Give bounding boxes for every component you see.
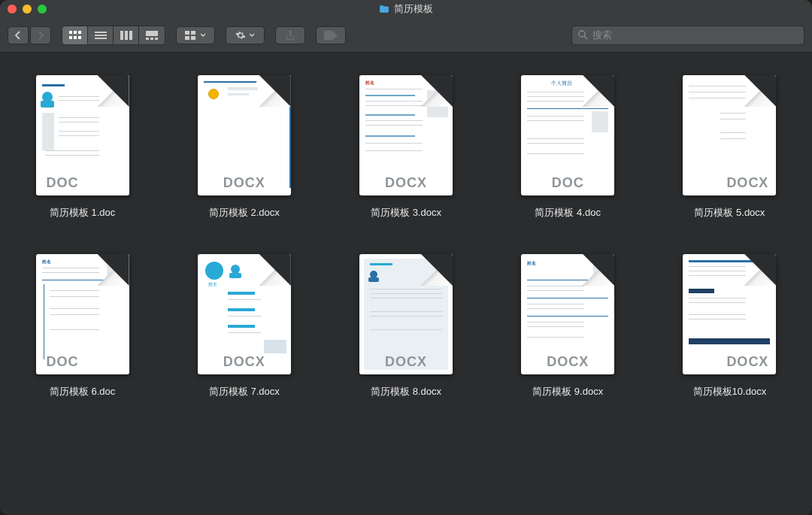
file-name-label: 简历模板 2.docx	[209, 206, 280, 220]
file-name-label: 简历模板 6.doc	[50, 385, 115, 398]
svg-rect-11	[129, 31, 132, 40]
gear-icon	[235, 30, 246, 41]
group-by-button[interactable]	[176, 26, 215, 44]
svg-rect-16	[185, 31, 189, 35]
svg-rect-6	[95, 32, 107, 33]
file-name-label: 简历模板10.docx	[693, 385, 767, 398]
svg-rect-8	[95, 38, 107, 39]
file-item[interactable]: DOCX简历模板10.docx	[673, 254, 786, 398]
page-fold-icon	[259, 75, 291, 107]
svg-rect-10	[125, 31, 128, 40]
chevron-down-icon	[200, 33, 206, 38]
list-view-button[interactable]	[88, 26, 114, 44]
file-thumbnail: 个人简历 DOC	[521, 75, 614, 195]
file-grid: DOC简历模板 1.doc DOCX简历模板 2.docx 姓名 DOCX简历模…	[26, 75, 786, 398]
file-type-badge: DOCX	[223, 354, 265, 370]
file-type-badge: DOCX	[547, 354, 589, 370]
file-type-badge: DOC	[47, 354, 79, 370]
svg-rect-17	[191, 31, 195, 35]
page-fold-icon	[583, 254, 614, 286]
icon-view-button[interactable]	[62, 26, 88, 44]
back-button[interactable]	[8, 26, 29, 44]
file-thumbnail: 姓名 DOCX	[198, 254, 291, 374]
column-view-button[interactable]	[114, 26, 139, 44]
file-thumbnail: DOCX	[198, 75, 291, 195]
folder-icon	[379, 5, 389, 14]
svg-rect-4	[74, 36, 77, 39]
file-type-badge: DOCX	[223, 175, 265, 191]
file-name-label: 简历模板 5.docx	[694, 206, 765, 220]
minimize-window-button[interactable]	[23, 5, 32, 14]
file-type-badge: DOCX	[726, 354, 768, 370]
close-window-button[interactable]	[8, 5, 17, 14]
traffic-lights	[8, 5, 47, 14]
svg-rect-12	[146, 31, 158, 36]
chevron-down-icon	[249, 33, 255, 38]
svg-rect-7	[95, 35, 107, 36]
file-thumbnail: 姓名 DOCX	[359, 75, 453, 195]
file-thumbnail: 姓名 DOCX	[521, 254, 614, 374]
file-item[interactable]: DOCX简历模板 2.docx	[187, 75, 301, 220]
finder-window: 简历模板	[0, 0, 812, 515]
file-thumbnail: DOCX	[683, 75, 776, 195]
page-fold-icon	[744, 75, 776, 107]
file-name-label: 简历模板 3.docx	[371, 206, 441, 220]
file-name-label: 简历模板 8.docx	[371, 385, 441, 398]
svg-rect-1	[74, 31, 77, 34]
file-type-badge: DOC	[47, 175, 79, 191]
forward-button[interactable]	[30, 26, 51, 44]
page-fold-icon	[98, 254, 129, 286]
page-fold-icon	[744, 254, 776, 286]
file-type-badge: DOCX	[726, 175, 768, 191]
svg-rect-3	[69, 36, 72, 39]
window-title: 简历模板	[394, 2, 433, 16]
window-title-group: 简历模板	[0, 2, 812, 16]
svg-point-20	[579, 31, 585, 37]
page-fold-icon	[259, 254, 291, 286]
file-type-badge: DOCX	[385, 354, 427, 370]
file-item[interactable]: 姓名 DOCX简历模板 3.docx	[349, 75, 462, 220]
file-thumbnail: 姓名 DOC	[36, 254, 129, 374]
file-item[interactable]: 姓名 DOC简历模板 6.doc	[26, 254, 139, 398]
gallery-view-button[interactable]	[139, 26, 165, 44]
file-name-label: 简历模板 7.docx	[209, 385, 280, 398]
file-type-badge: DOCX	[385, 175, 427, 191]
tag-icon	[324, 31, 338, 40]
tags-button[interactable]	[316, 26, 346, 44]
svg-rect-13	[146, 38, 149, 40]
file-item[interactable]: DOC简历模板 1.doc	[26, 75, 139, 220]
page-fold-icon	[421, 254, 453, 286]
share-button[interactable]	[275, 26, 305, 44]
svg-rect-2	[78, 31, 81, 34]
search-input[interactable]	[592, 29, 798, 41]
toolbar	[0, 18, 812, 53]
share-icon	[286, 30, 295, 41]
file-type-badge: DOC	[552, 175, 584, 191]
search-field[interactable]	[571, 26, 804, 45]
svg-rect-0	[69, 31, 72, 34]
zoom-window-button[interactable]	[38, 5, 47, 14]
page-fold-icon	[98, 75, 129, 107]
file-thumbnail: DOCX	[359, 254, 453, 374]
page-fold-icon	[421, 75, 453, 107]
svg-rect-9	[120, 31, 123, 40]
file-item[interactable]: 姓名 DOCX简历模板 9.docx	[511, 254, 625, 398]
file-thumbnail: DOC	[36, 75, 129, 195]
titlebar: 简历模板	[0, 0, 812, 18]
page-fold-icon	[583, 75, 614, 107]
file-item[interactable]: 个人简历 DOC简历模板 4.doc	[511, 75, 625, 220]
svg-rect-15	[155, 38, 158, 40]
file-item[interactable]: DOCX简历模板 5.docx	[673, 75, 786, 220]
svg-line-21	[584, 36, 587, 39]
file-name-label: 简历模板 1.doc	[50, 206, 115, 220]
view-switcher	[62, 26, 165, 45]
svg-rect-14	[150, 38, 153, 40]
search-icon	[578, 30, 588, 40]
file-grid-area[interactable]: DOC简历模板 1.doc DOCX简历模板 2.docx 姓名 DOCX简历模…	[0, 53, 812, 515]
file-name-label: 简历模板 4.doc	[535, 206, 600, 220]
action-menu-button[interactable]	[226, 26, 265, 44]
svg-rect-5	[78, 36, 81, 39]
file-item[interactable]: DOCX简历模板 8.docx	[349, 254, 462, 398]
file-name-label: 简历模板 9.docx	[532, 385, 603, 398]
file-item[interactable]: 姓名 DOCX简历模板 7.docx	[187, 254, 301, 398]
